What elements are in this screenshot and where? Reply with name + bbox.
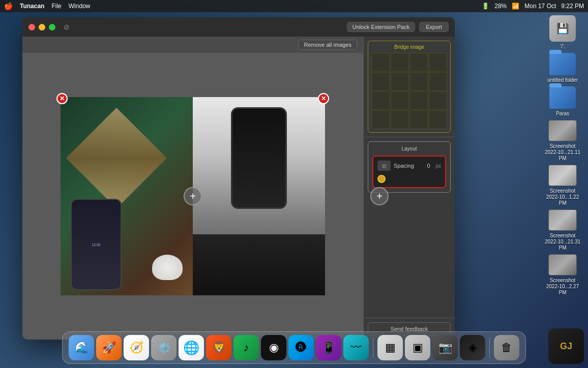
menubar-battery-pct: 28% xyxy=(494,3,507,10)
window-titlebar: ⊘ Unlock Extension Pack Export xyxy=(22,17,455,37)
dock-icon-trash[interactable]: 🗑 xyxy=(494,335,519,360)
close-image-right-button[interactable]: ✕ xyxy=(318,93,329,104)
grid-cell-9 xyxy=(371,91,390,110)
image-container: ✕ 12:02 + xyxy=(61,97,325,295)
desktop-icon-paras-folder[interactable]: Paras xyxy=(542,86,583,117)
layout-label-outer: Layout ⊟ Spacing 0 px xyxy=(368,141,451,193)
window-icon: ⊘ xyxy=(62,22,71,32)
spacing-slider[interactable] xyxy=(377,175,386,183)
hdd-icon: 💾 xyxy=(549,15,576,42)
grid-cell-13 xyxy=(371,110,390,129)
dock-icon-unknown[interactable]: ◈ xyxy=(460,335,485,360)
dock-icon-black[interactable]: ◉ xyxy=(261,335,286,360)
window-body: Remove all images + ✕ xyxy=(22,37,455,340)
image-right xyxy=(193,97,325,295)
desktop-icon-screenshot-2[interactable]: Screenshot 2022-10...1.22 PM xyxy=(542,165,583,206)
phone-right xyxy=(231,107,287,209)
menubar-date: Mon 17 Oct xyxy=(524,3,556,10)
traffic-lights: ⊘ xyxy=(28,22,71,32)
grid-cell-10 xyxy=(391,91,409,110)
canvas-content: + ✕ 12:02 xyxy=(22,53,363,340)
bridge-section-label: Bridge image xyxy=(371,44,447,50)
dock-icon-finder[interactable]: 🌊 xyxy=(69,335,94,360)
folder-icon-untitled xyxy=(549,53,576,75)
grid-cell-14 xyxy=(391,110,409,129)
screenshot-label-1: Screenshot 2022-10...21.11 PM xyxy=(542,143,583,162)
desktop-icon-untitled-folder[interactable]: untitled folder xyxy=(542,53,583,83)
grid-cell-6 xyxy=(391,72,409,91)
screenshot-thumb-1 xyxy=(548,120,577,141)
dock-icon-preview1[interactable]: ▦ xyxy=(377,335,403,360)
window-title-buttons: Unlock Extension Pack Export xyxy=(347,22,449,32)
remove-all-images-button[interactable]: Remove all images xyxy=(298,40,357,50)
dock-icon-launchpad[interactable]: 🚀 xyxy=(96,335,122,360)
grid-cell-16 xyxy=(429,110,448,129)
minimize-button[interactable] xyxy=(39,24,45,30)
close-button[interactable] xyxy=(28,24,35,30)
plus-right-icon: + xyxy=(376,191,383,202)
dock-icon-safari[interactable]: 🧭 xyxy=(124,335,149,360)
dock-icon-appstore[interactable]: 🅐 xyxy=(288,335,314,360)
desktop-icon-hdd[interactable]: 💾 '/'. xyxy=(542,15,583,50)
menubar-wifi-icon: 📶 xyxy=(512,3,519,10)
spacing-value: 0 xyxy=(424,163,432,169)
menubar-time: 9:22 PM xyxy=(561,3,584,10)
keyboard xyxy=(193,234,325,295)
phone-left: 12:02 xyxy=(71,199,122,290)
airpods xyxy=(152,255,183,280)
dock-icon-brave[interactable]: 🦁 xyxy=(206,335,231,360)
screenshot-thumb-3 xyxy=(548,209,577,231)
dock-separator xyxy=(373,338,373,358)
menubar-left: 🍎 Tunacan File Window xyxy=(4,2,90,10)
grid-cell-3 xyxy=(409,53,428,72)
close-right-icon: ✕ xyxy=(321,95,326,102)
desktop-icon-screenshot-1[interactable]: Screenshot 2022-10...21.11 PM xyxy=(542,120,583,162)
dock-icon-spotify[interactable]: ♪ xyxy=(233,335,259,360)
screenshot-label-3: Screenshot 2022-10...21.31 PM xyxy=(542,233,583,251)
plus-middle-icon: + xyxy=(190,191,196,202)
screenshot-thumb-4 xyxy=(548,254,577,275)
untitled-folder-label: untitled folder xyxy=(547,77,578,83)
menubar: 🍎 Tunacan File Window 🔋 28% 📶 Mon 17 Oct… xyxy=(0,0,588,12)
layout-section: Layout ⊟ Spacing 0 px xyxy=(364,137,455,318)
hdd-label: '/'. xyxy=(560,44,565,50)
menubar-battery-icon: 🔋 xyxy=(482,3,489,10)
screenshot-thumb-2 xyxy=(548,165,577,186)
menubar-right: 🔋 28% 📶 Mon 17 Oct 9:22 PM xyxy=(482,3,584,10)
screenshot-label-4: Screenshot 2022-10...2.27 PM xyxy=(542,278,583,296)
spacing-unit: px xyxy=(435,163,441,169)
screenshot-label-2: Screenshot 2022-10...1.22 PM xyxy=(542,188,583,206)
dock-icon-cable[interactable]: 〰 xyxy=(343,335,369,360)
grid-cell-7 xyxy=(409,72,428,91)
desktop-icon-screenshot-4[interactable]: Screenshot 2022-10...2.27 PM xyxy=(542,254,583,296)
grid-cell-15 xyxy=(409,110,428,129)
add-image-middle-button[interactable]: + xyxy=(184,187,202,205)
grid-cell-12 xyxy=(429,91,448,110)
bridge-preview-grid xyxy=(371,53,447,129)
menubar-file[interactable]: File xyxy=(51,3,61,10)
dock-icon-chrome[interactable]: 🌐 xyxy=(179,335,204,360)
dock-icon-screens[interactable]: 📱 xyxy=(316,335,341,360)
add-image-right-button[interactable]: + xyxy=(370,187,389,205)
export-button[interactable]: Export xyxy=(419,22,449,32)
maximize-button[interactable] xyxy=(49,24,55,30)
dock: 🌊 🚀 🧭 ⚙️ 🌐 🦁 ♪ ◉ 🅐 📱 〰 ▦ ▣ 📷 ◈ 🗑 xyxy=(62,331,526,364)
grid-cell-4 xyxy=(429,53,448,72)
spacing-label: Spacing xyxy=(394,163,421,169)
close-image-left-button[interactable]: ✕ xyxy=(56,93,68,104)
grid-cell-11 xyxy=(409,91,428,110)
grid-cell-5 xyxy=(371,72,390,91)
unlock-extension-pack-button[interactable]: Unlock Extension Pack xyxy=(347,22,416,32)
menubar-app-name[interactable]: Tunacan xyxy=(20,3,44,10)
desktop-icon-screenshot-3[interactable]: Screenshot 2022-10...21.31 PM xyxy=(542,209,583,251)
dock-icon-camera[interactable]: 📷 xyxy=(432,335,458,360)
folder-icon-paras xyxy=(549,86,576,109)
grid-cell-1 xyxy=(371,53,390,72)
dock-icon-preview2[interactable]: ▣ xyxy=(405,335,430,360)
menubar-window[interactable]: Window xyxy=(69,3,91,10)
bridge-section: Bridge image xyxy=(364,37,455,137)
apple-menu[interactable]: 🍎 xyxy=(4,2,13,10)
dock-icon-settings[interactable]: ⚙️ xyxy=(151,335,177,360)
app-window: ⊘ Unlock Extension Pack Export Remove al… xyxy=(22,17,455,340)
bridge-label-outer: Bridge image xyxy=(368,41,451,133)
